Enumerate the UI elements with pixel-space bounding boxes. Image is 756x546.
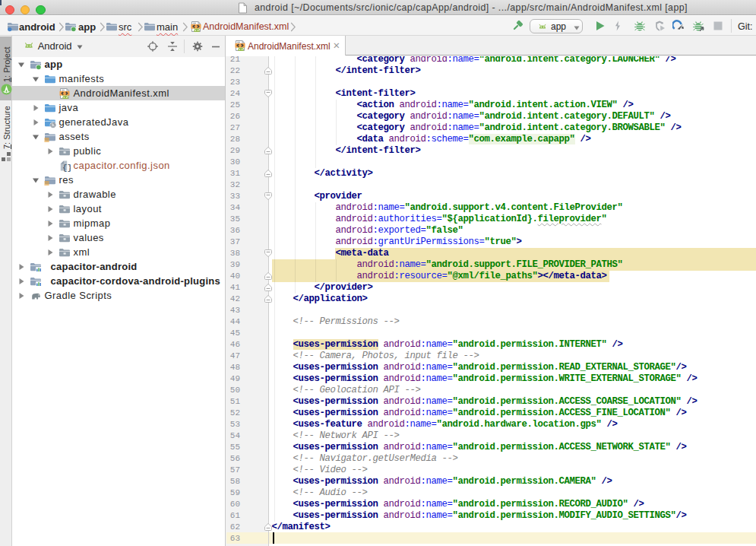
svg-text:{}: {}	[62, 163, 71, 172]
